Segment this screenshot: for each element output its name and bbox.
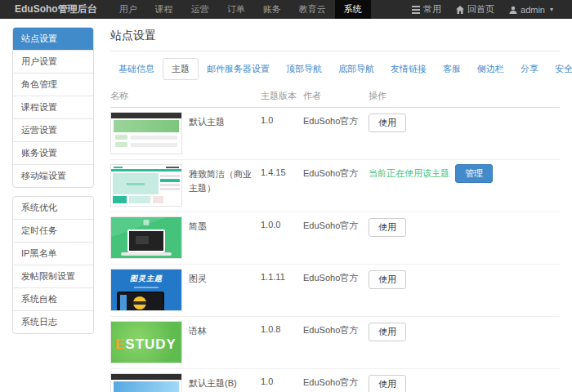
sidebar-group-settings: 站点设置 用户设置 角色管理 课程设置 运营设置 账务设置 移动端设置 (12, 27, 94, 188)
main-content: 站点设置 基础信息 主题 邮件服务器设置 顶部导航 底部导航 友情链接 客服 侧… (110, 27, 560, 392)
sidebar-item-finance-settings[interactable]: 账务设置 (13, 141, 93, 164)
theme-name: 雅致简洁（商业主题） (189, 164, 257, 207)
tab-customer-service[interactable]: 客服 (435, 59, 469, 79)
theme-version: 1.0 (261, 112, 273, 125)
theme-author: EduSoho官方 (303, 164, 358, 180)
theme-version: 1.0.8 (261, 321, 280, 334)
sidebar-item-mobile-settings[interactable]: 移动端设置 (13, 164, 93, 187)
topnav-item-users[interactable]: 用户 (110, 0, 146, 19)
theme-thumbnail-default-b (110, 373, 182, 392)
tab-basic-info[interactable]: 基础信息 (110, 59, 163, 79)
col-header-author: 作者 (303, 85, 369, 108)
col-header-version: 主题版本 (261, 85, 303, 108)
topnav-item-finance[interactable]: 账务 (254, 0, 290, 19)
table-row: 图灵主题 图灵 1.1.11 EduSoho官方 使用 (110, 265, 560, 317)
topnav-item-operations[interactable]: 运营 (182, 0, 218, 19)
thumbnail-caption: 图灵主题 (111, 274, 181, 284)
user-menu-label: admin (521, 5, 545, 15)
table-header-row: 名称 主题版本 作者 操作 (110, 85, 560, 108)
tab-mail-server[interactable]: 邮件服务器设置 (199, 59, 278, 79)
sidebar-item-post-limit-settings[interactable]: 发帖限制设置 (13, 265, 93, 287)
col-header-actions: 操作 (369, 85, 560, 108)
tab-sidebar[interactable]: 侧边栏 (469, 59, 512, 79)
sidebar: 站点设置 用户设置 角色管理 课程设置 运营设置 账务设置 移动端设置 系统优化… (12, 27, 94, 392)
theme-version: 1.0.0 (261, 216, 280, 229)
sidebar-group-system: 系统优化 定时任务 IP黑名单 发帖限制设置 系统自检 系统日志 (12, 196, 94, 334)
quick-menu-link[interactable]: 常用 (404, 3, 449, 16)
page-title: 站点设置 (110, 29, 560, 43)
sidebar-item-scheduled-tasks[interactable]: 定时任务 (13, 219, 93, 242)
sidebar-item-user-settings[interactable]: 用户设置 (13, 50, 93, 73)
theme-author: EduSoho官方 (303, 373, 358, 389)
tab-share[interactable]: 分享 (512, 59, 547, 79)
theme-table: 名称 主题版本 作者 操作 默认主题 (110, 85, 560, 392)
topnav-item-orders[interactable]: 订单 (218, 0, 254, 19)
use-theme-button[interactable]: 使用 (369, 323, 406, 341)
table-row: ESTUDY 语林 1.0.8 EduSoho官方 使用 (110, 317, 560, 369)
theme-version: 1.0 (261, 373, 273, 386)
theme-name: 默认主题(B) (189, 373, 237, 392)
sidebar-item-ip-blacklist[interactable]: IP黑名单 (13, 242, 93, 265)
sidebar-item-site-settings[interactable]: 站点设置 (13, 28, 93, 50)
table-row: 雅致简洁（商业主题） 1.4.15 EduSoho官方 当前正在使用该主题 管理 (110, 160, 560, 212)
home-link-label: 回首页 (467, 3, 494, 16)
theme-author: EduSoho官方 (303, 216, 358, 232)
tab-security[interactable]: 安全 (547, 59, 572, 79)
sidebar-item-system-selfcheck[interactable]: 系统自检 (13, 287, 93, 310)
sidebar-item-system-logs[interactable]: 系统日志 (13, 310, 93, 333)
settings-tabs: 基础信息 主题 邮件服务器设置 顶部导航 底部导航 友情链接 客服 侧边栏 分享… (110, 58, 560, 80)
theme-version: 1.1.11 (261, 269, 285, 282)
table-row: 简墨 1.0.0 EduSoho官方 使用 (110, 212, 560, 265)
home-link[interactable]: 回首页 (449, 3, 502, 16)
topnav-item-educloud[interactable]: 教育云 (290, 0, 335, 19)
use-theme-button[interactable]: 使用 (369, 218, 406, 237)
theme-author: EduSoho官方 (303, 112, 358, 127)
theme-thumbnail-turing: 图灵主题 (110, 269, 182, 311)
use-theme-button[interactable]: 使用 (369, 114, 406, 132)
table-row: 默认主题 1.0 EduSoho官方 使用 (110, 108, 560, 160)
theme-author: EduSoho官方 (303, 321, 358, 336)
manage-theme-button[interactable]: 管理 (455, 164, 493, 183)
current-theme-status: 当前正在使用该主题 (369, 164, 449, 180)
sidebar-item-course-settings[interactable]: 课程设置 (13, 96, 93, 118)
theme-version: 1.4.15 (261, 164, 286, 177)
quick-menu-label: 常用 (423, 3, 441, 16)
home-icon (456, 6, 464, 14)
theme-name: 简墨 (189, 216, 207, 259)
grid-icon (412, 6, 420, 14)
theme-name: 语林 (189, 321, 207, 363)
theme-author: EduSoho官方 (303, 269, 358, 284)
theme-thumbnail-yulin: ESTUDY (110, 321, 182, 363)
theme-name: 图灵 (189, 269, 207, 311)
page-layout: 站点设置 用户设置 角色管理 课程设置 运营设置 账务设置 移动端设置 系统优化… (0, 19, 572, 392)
user-menu[interactable]: admin ▾ (502, 5, 561, 15)
topnav-item-courses[interactable]: 课程 (146, 0, 182, 19)
theme-thumbnail-graceful (110, 164, 182, 207)
sidebar-item-operation-settings[interactable]: 运营设置 (13, 118, 93, 141)
topnav-item-system[interactable]: 系统 (335, 0, 371, 19)
tab-bottom-nav[interactable]: 底部导航 (330, 59, 382, 79)
theme-thumbnail-default (110, 112, 182, 154)
divider (110, 51, 560, 51)
use-theme-button[interactable]: 使用 (369, 375, 406, 392)
topbar-right: 常用 回首页 admin ▾ (404, 0, 572, 19)
tab-theme[interactable]: 主题 (163, 58, 199, 80)
use-theme-button[interactable]: 使用 (369, 270, 406, 289)
topbar: EduSoho管理后台 用户 课程 运营 订单 账务 教育云 系统 常用 回首页… (0, 0, 572, 19)
user-icon (509, 6, 517, 14)
table-row: 默认主题(B) 1.0 EduSoho官方 使用 (110, 369, 560, 392)
theme-name: 默认主题 (189, 112, 225, 154)
sidebar-item-role-management[interactable]: 角色管理 (13, 73, 93, 96)
tab-top-nav[interactable]: 顶部导航 (278, 59, 330, 79)
sidebar-item-system-optimize[interactable]: 系统优化 (13, 197, 93, 219)
theme-thumbnail-jianmo (110, 216, 182, 259)
tab-friend-links[interactable]: 友情链接 (382, 59, 435, 79)
caret-down-icon: ▾ (550, 6, 553, 13)
thumbnail-caption: ESTUDY (115, 336, 177, 353)
app-brand[interactable]: EduSoho管理后台 (0, 0, 110, 19)
col-header-name: 名称 (110, 85, 261, 108)
